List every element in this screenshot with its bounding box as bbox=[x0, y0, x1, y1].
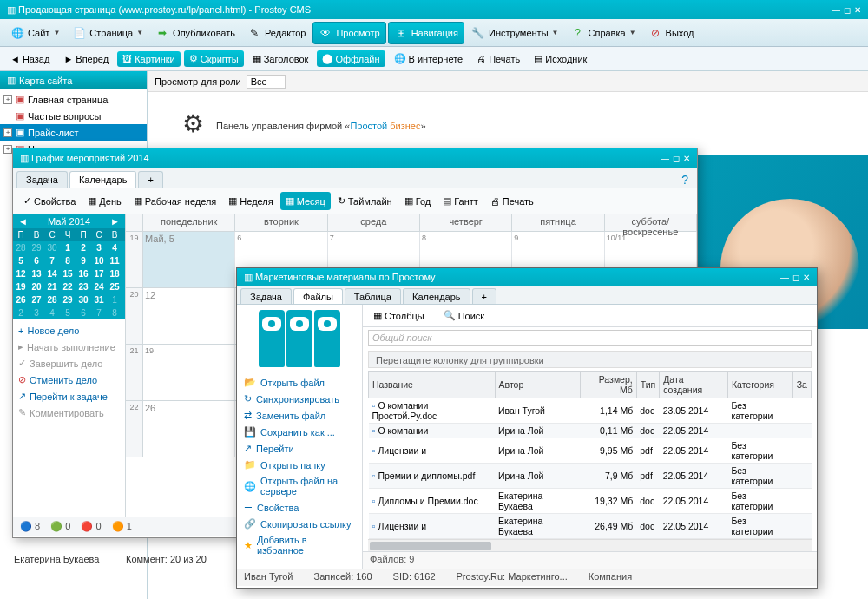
tb-search[interactable]: 🔍Поиск bbox=[438, 306, 490, 325]
cal-max-button[interactable]: ◻ bbox=[673, 154, 680, 163]
menu-preview[interactable]: 👁Просмотр bbox=[312, 22, 385, 44]
menu-exit[interactable]: ⊘Выход bbox=[643, 23, 700, 43]
act-new[interactable]: +Новое дело bbox=[13, 323, 125, 339]
tab-add[interactable]: + bbox=[138, 171, 162, 188]
col-size[interactable]: Размер, Мб bbox=[581, 372, 636, 398]
fact-openserver[interactable]: 🌐Открыть файл на сервере bbox=[242, 473, 357, 499]
menu-navigation[interactable]: ⊞Навигация bbox=[388, 22, 464, 44]
fact-openfolder[interactable]: 📁Открыть папку bbox=[242, 457, 357, 473]
tb-month[interactable]: ▦Месяц bbox=[280, 192, 331, 210]
table-row[interactable]: ▫Лицензии иЕкатерина Букаева26,49 Мбdoc2… bbox=[369, 514, 812, 539]
tab-task[interactable]: Задача bbox=[16, 171, 68, 188]
files-toolbar: ▦Столбцы 🔍Поиск bbox=[363, 305, 817, 327]
tb-props[interactable]: ✓Свойства bbox=[18, 192, 81, 210]
table-row[interactable]: ▫О компанииИрина Лой0,11 Мбdoc22.05.2014 bbox=[369, 424, 812, 438]
ftab-task[interactable]: Задача bbox=[240, 288, 292, 304]
scroll-thumb[interactable] bbox=[370, 542, 491, 550]
nav-internet[interactable]: 🌐В интернете bbox=[389, 50, 469, 67]
expand-icon[interactable]: + bbox=[3, 145, 12, 154]
files-titlebar[interactable]: ▥ Маркетинговые материалы по Простому —◻… bbox=[237, 268, 817, 286]
calendar-toolbar: ✓Свойства ▦День ▦Рабочая неделя ▦Неделя … bbox=[13, 188, 697, 214]
tab-calendar[interactable]: Календарь bbox=[69, 171, 137, 188]
nav-back[interactable]: ◄Назад bbox=[5, 51, 55, 67]
menu-tools[interactable]: 🔧Инструменты▼ bbox=[466, 23, 564, 43]
fact-copylink[interactable]: 🔗Скопировать ссылку bbox=[242, 516, 357, 532]
act-finish[interactable]: ✓Завершить дело bbox=[13, 355, 125, 372]
menu-page[interactable]: 📄Страница▼ bbox=[67, 23, 148, 43]
ftab-files[interactable]: Файлы bbox=[293, 288, 343, 304]
search-input[interactable]: Общий поиск bbox=[368, 330, 812, 346]
day-cell[interactable]: 19 bbox=[143, 345, 235, 400]
day-cell[interactable]: 26 bbox=[143, 401, 235, 457]
day-cell[interactable]: Май, 5 bbox=[143, 232, 235, 287]
files-close-button[interactable]: ✕ bbox=[803, 273, 810, 282]
maximize-button[interactable]: ◻ bbox=[844, 5, 851, 15]
cal-min-button[interactable]: — bbox=[661, 154, 669, 163]
group-hint[interactable]: Перетащите колонку для группировки bbox=[368, 351, 812, 368]
tree-item-home[interactable]: +▣Главная страница bbox=[0, 91, 147, 108]
col-author[interactable]: Автор bbox=[495, 372, 581, 398]
minimize-button[interactable]: — bbox=[832, 5, 840, 15]
act-goto[interactable]: ↗Перейти к задаче bbox=[13, 388, 125, 405]
tb-columns[interactable]: ▦Столбцы bbox=[368, 306, 430, 325]
tb-year[interactable]: ▦Год bbox=[399, 192, 437, 210]
files-max-button[interactable]: ◻ bbox=[792, 273, 799, 282]
nav-forward[interactable]: ►Вперед bbox=[58, 51, 114, 67]
tree-item-faq[interactable]: ▣Частые вопросы bbox=[0, 108, 147, 124]
link-icon: 🔗 bbox=[244, 518, 256, 530]
fact-fav[interactable]: ★Добавить в избранное bbox=[242, 532, 357, 558]
fact-goto[interactable]: ↗Перейти bbox=[242, 440, 357, 457]
tb-week[interactable]: ▦Неделя bbox=[223, 192, 278, 210]
act-start[interactable]: ▸Начать выполнение bbox=[13, 339, 125, 355]
nav-source[interactable]: ▤Исходник bbox=[529, 50, 592, 67]
table-row[interactable]: ▫Лицензии иИрина Лой9,95 Мбpdf22.05.2014… bbox=[369, 438, 812, 464]
table-row[interactable]: ▫Премии и дипломы.pdfИрина Лой7,9 Мбpdf2… bbox=[369, 464, 812, 489]
act-comment[interactable]: ✎Комментировать bbox=[13, 405, 125, 421]
cal-close-button[interactable]: ✕ bbox=[683, 154, 690, 163]
expand-icon[interactable]: + bbox=[3, 95, 12, 104]
nav-print[interactable]: 🖨Печать bbox=[471, 51, 525, 67]
ftab-add[interactable]: + bbox=[472, 288, 496, 304]
expand-icon[interactable]: + bbox=[3, 128, 12, 137]
menu-publish[interactable]: ➡Опубликовать bbox=[150, 23, 240, 43]
nav-header[interactable]: ▦Заголовок bbox=[247, 50, 314, 67]
ftab-calendar[interactable]: Календарь bbox=[403, 288, 470, 304]
tb-gantt[interactable]: ▤Гантт bbox=[437, 192, 483, 210]
nav-scripts[interactable]: ⚙Скрипты bbox=[184, 50, 244, 67]
tree-item-pricelist[interactable]: +▣Прайс-лист bbox=[0, 124, 147, 141]
files-min-button[interactable]: — bbox=[780, 273, 789, 282]
ftab-table[interactable]: Таблица bbox=[345, 288, 401, 304]
fact-props[interactable]: ☰Свойства bbox=[242, 499, 357, 516]
col-za[interactable]: За bbox=[792, 372, 811, 398]
fact-replace[interactable]: ⇄Заменить файл bbox=[242, 407, 357, 424]
col-name[interactable]: Название bbox=[369, 372, 496, 398]
col-category[interactable]: Категория bbox=[727, 372, 792, 398]
tb-day[interactable]: ▦День bbox=[82, 192, 126, 210]
menu-editor[interactable]: ✎Редактор bbox=[242, 23, 311, 43]
menu-site[interactable]: 🌐Сайт▼ bbox=[5, 23, 65, 43]
fact-saveas[interactable]: 💾Сохранить как ... bbox=[242, 424, 357, 440]
fact-open[interactable]: 📂Открыть файл bbox=[242, 374, 357, 391]
mini-calendar[interactable]: ◄Май 2014► ПВСЧПСВ 282930123456789101112… bbox=[13, 214, 125, 319]
goto-icon: ↗ bbox=[244, 443, 252, 454]
tb-timeline[interactable]: ↻Таймлайн bbox=[332, 192, 398, 210]
menu-help[interactable]: ?Справка▼ bbox=[565, 23, 641, 43]
fact-sync[interactable]: ↻Синхронизировать bbox=[242, 391, 357, 407]
h-scrollbar[interactable] bbox=[368, 539, 812, 551]
nav-offline[interactable]: ⬤Оффлайн bbox=[317, 50, 385, 67]
calendar-titlebar[interactable]: ▥ График мероприятий 2014 —◻✕ bbox=[13, 148, 697, 168]
day-cell[interactable]: 12 bbox=[143, 288, 235, 344]
help-icon[interactable]: ? bbox=[676, 171, 694, 188]
role-select[interactable]: Все bbox=[247, 75, 286, 89]
tb-workweek[interactable]: ▦Рабочая неделя bbox=[128, 192, 222, 210]
table-row[interactable]: ▫О компании Простой.Ру.docИван Тугой1,14… bbox=[369, 398, 812, 424]
col-created[interactable]: Дата создания bbox=[660, 372, 728, 398]
col-type[interactable]: Тип bbox=[636, 372, 660, 398]
nav-images[interactable]: 🖼Картинки bbox=[117, 51, 181, 67]
next-month-button[interactable]: ► bbox=[107, 216, 123, 227]
close-button[interactable]: ✕ bbox=[854, 5, 861, 15]
act-cancel[interactable]: ⊘Отменить дело bbox=[13, 372, 125, 388]
tb-print[interactable]: 🖨Печать bbox=[485, 193, 539, 210]
prev-month-button[interactable]: ◄ bbox=[15, 216, 31, 227]
table-row[interactable]: ▫Дипломы и Премии.docЕкатерина Букаева19… bbox=[369, 489, 812, 514]
